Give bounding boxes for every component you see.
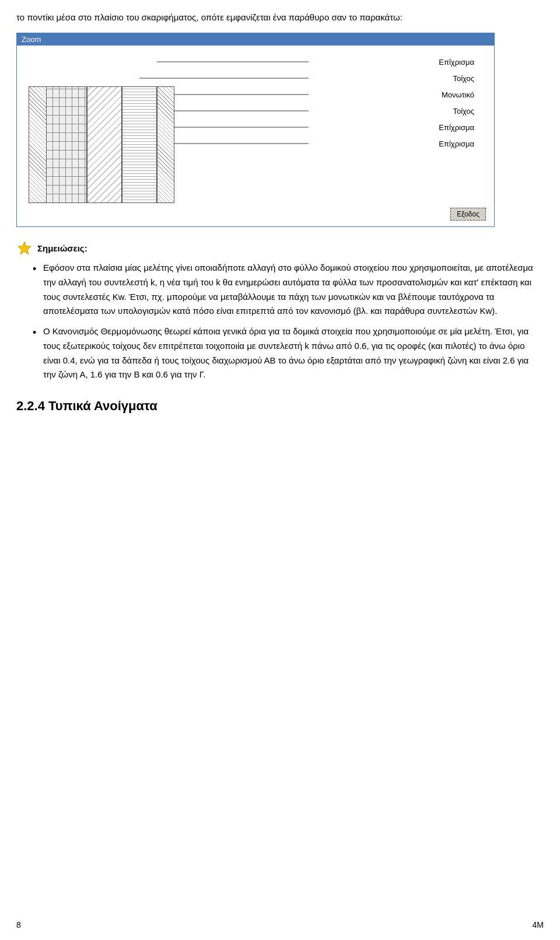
notes-header: Σημειώσεις:	[16, 240, 544, 256]
label-3: Τοίχος	[439, 103, 477, 119]
layer-insulation	[87, 86, 122, 203]
wall-section	[29, 86, 174, 203]
zoom-titlebar: Zoom	[17, 33, 494, 46]
label-4: Επίχρισμα	[439, 119, 477, 135]
zoom-labels: Επίχρισμα Τοίχος Μονωτικό Τοίχος Επίχρισ…	[439, 54, 477, 152]
zoom-window: Zoom Επίχρισμα Τοίχος Μονωτικό Τοίχος Επ…	[16, 33, 495, 227]
bullet-item-0: Εφόσον στα πλαίσια μίας μελέτης γίνει οπ…	[33, 261, 544, 319]
layer-wall	[122, 86, 157, 203]
bullet-item-1: Ο Κανονισμός Θερμομόνωσης θεωρεί κάποια …	[33, 324, 544, 382]
label-2: Μονωτικό	[439, 86, 477, 103]
notes-icon	[16, 240, 33, 256]
label-0: Επίχρισμα	[439, 54, 477, 70]
label-5: Επίχρισμα	[439, 135, 477, 152]
section-heading: 2.2.4 Τυπικά Ανοίγματα	[16, 399, 544, 414]
page-number: 8	[16, 920, 21, 929]
exodos-button[interactable]: Εξοδος	[450, 208, 486, 221]
page-footer: 8 4M	[0, 920, 560, 929]
bullet-list: Εφόσον στα πλαίσια μίας μελέτης γίνει οπ…	[33, 261, 544, 382]
footer-label: 4M	[533, 920, 544, 929]
intro-text: το ποντίκι μέσα στο πλαίσιο του σκαριφήμ…	[16, 11, 544, 25]
notes-section: Σημειώσεις: Εφόσον στα πλαίσια μίας μελέ…	[16, 240, 544, 382]
layer-plaster-left	[29, 86, 46, 203]
notes-title: Σημειώσεις:	[37, 243, 88, 253]
layer-brick	[46, 86, 87, 203]
layer-plaster-right	[157, 86, 174, 203]
zoom-content: Επίχρισμα Τοίχος Μονωτικό Τοίχος Επίχρισ…	[17, 46, 494, 226]
label-1: Τοίχος	[439, 70, 477, 86]
svg-marker-6	[18, 242, 31, 254]
